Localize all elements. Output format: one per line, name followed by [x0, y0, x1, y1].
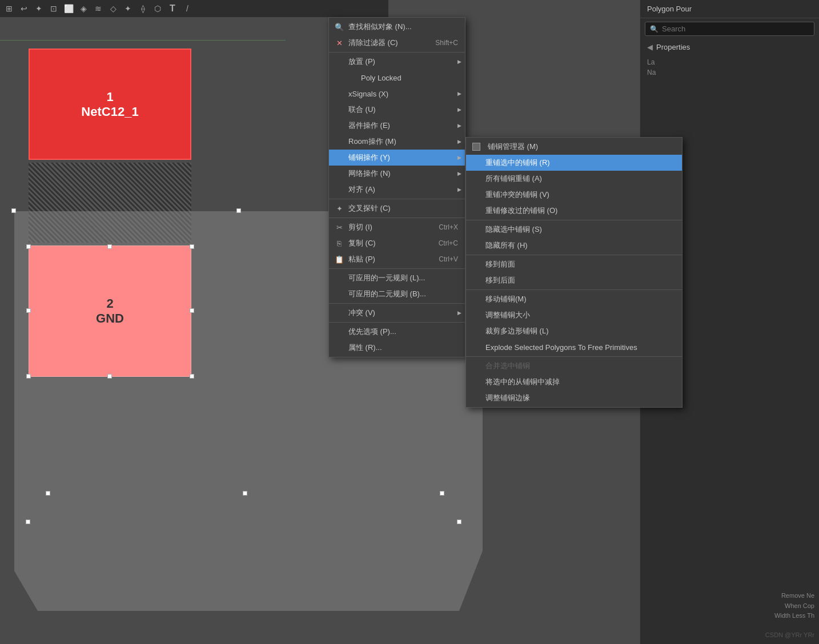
handle-tr[interactable]	[190, 244, 194, 249]
applicable-1d-icon	[334, 272, 345, 284]
prop-row-la: La	[647, 57, 812, 67]
toolbar-btn-4[interactable]: ⊡	[47, 2, 61, 15]
submenu-adjust-border[interactable]: 调整铺铜边缘	[466, 390, 682, 406]
sub-separator-1	[466, 220, 682, 220]
clear-filter-shortcut: Shift+C	[424, 39, 458, 47]
handle-c5[interactable]	[440, 491, 444, 496]
component-1[interactable]: 1 NetC12_1	[29, 49, 191, 160]
component-ops-icon	[334, 120, 345, 131]
align-label: 对齐 (A)	[348, 184, 375, 195]
search-box[interactable]: 🔍	[645, 22, 814, 36]
toolbar-btn-8[interactable]: ◇	[106, 2, 120, 15]
submenu-repour-conflict[interactable]: 重铺冲突的铺铜 (V)	[466, 187, 682, 203]
submenu-copper-manager[interactable]: 铺铜管理器 (M)	[466, 139, 682, 155]
move-copper-label: 移动铺铜(M)	[485, 294, 527, 304]
menu-poly-locked[interactable]: Poly Locked	[329, 70, 465, 86]
toolbar-btn-1[interactable]: ⊞	[2, 2, 16, 15]
toolbar-btn-11[interactable]: ⬡	[151, 2, 164, 15]
menu-copper-ops[interactable]: 铺铜操作 (Y)	[329, 150, 465, 166]
bottom-info-line2: When Cop	[774, 601, 814, 611]
find-similar-label: 查找相似对象 (N)...	[348, 22, 412, 32]
submenu-move-front[interactable]: 移到前面	[466, 256, 682, 272]
menu-applicable-1d[interactable]: 可应用的一元规则 (L)...	[329, 270, 465, 286]
repour-selected-icon	[471, 157, 482, 168]
clear-filter-label: 清除过滤器 (C)	[348, 38, 398, 48]
handle-c6[interactable]	[26, 520, 30, 524]
search-input[interactable]	[662, 25, 809, 33]
repour-selected-label: 重铺选中的铺铜 (R)	[485, 158, 550, 168]
menu-copy[interactable]: ⎘ 复制 (C) Ctrl+C	[329, 235, 465, 251]
handle-ml[interactable]	[26, 308, 31, 313]
menu-preferences[interactable]: 优先选项 (P)...	[329, 324, 465, 340]
copper-ops-icon	[334, 152, 345, 163]
submenu-subtract-copper[interactable]: 将选中的从铺铜中减掉	[466, 374, 682, 390]
submenu-explode-polygon[interactable]: Explode Selected Polygons To Free Primit…	[466, 339, 682, 355]
handle-c1[interactable]	[11, 208, 16, 213]
copper-submenu: 铺铜管理器 (M) 重铺选中的铺铜 (R) 所有铺铜重铺 (A) 重铺冲突的铺铜…	[465, 137, 682, 408]
toolbar-btn-2[interactable]: ↩	[17, 2, 31, 15]
submenu-move-copper[interactable]: 移动铺铜(M)	[466, 291, 682, 307]
pcb-line-h	[0, 40, 286, 41]
handle-tl[interactable]	[26, 244, 31, 249]
menu-cross-probe[interactable]: ✦ 交叉探针 (C)	[329, 200, 465, 216]
handle-bl[interactable]	[26, 374, 31, 379]
menu-union[interactable]: 联合 (U)	[329, 102, 465, 118]
handle-c2[interactable]	[236, 208, 241, 213]
menu-properties[interactable]: 属性 (R)...	[329, 340, 465, 356]
copy-label: 复制 (C)	[348, 238, 376, 248]
cross-probe-label: 交叉探针 (C)	[348, 203, 391, 214]
handle-c3[interactable]	[46, 491, 50, 496]
cut-shortcut: Ctrl+X	[427, 223, 458, 231]
menu-align[interactable]: 对齐 (A)	[329, 182, 465, 198]
conflict-icon	[334, 307, 345, 319]
handle-mr[interactable]	[190, 308, 194, 313]
toolbar-btn-6[interactable]: ◈	[77, 2, 90, 15]
toolbar-btn-text[interactable]: T	[166, 2, 179, 15]
menu-cut[interactable]: ✂ 剪切 (I) Ctrl+X	[329, 219, 465, 235]
menu-component-ops[interactable]: 器件操作 (E)	[329, 118, 465, 134]
repour-all-icon	[471, 173, 482, 184]
move-back-icon	[471, 275, 482, 286]
menu-room-ops[interactable]: Room操作 (M)	[329, 134, 465, 150]
toolbar-btn-7[interactable]: ≋	[91, 2, 105, 15]
net-ops-icon	[334, 168, 345, 179]
handle-tm[interactable]	[107, 244, 112, 249]
submenu-repour-modified[interactable]: 重铺修改过的铺铜 (O)	[466, 203, 682, 219]
menu-conflict[interactable]: 冲突 (V)	[329, 305, 465, 321]
menu-clear-filter[interactable]: ✕ 清除过滤器 (C) Shift+C	[329, 35, 465, 51]
menu-net-ops[interactable]: 网络操作 (N)	[329, 166, 465, 182]
toolbar-btn-5[interactable]: ⬜	[62, 2, 75, 15]
menu-find-similar[interactable]: 🔍 查找相似对象 (N)...	[329, 19, 465, 35]
menu-paste[interactable]: 📋 粘贴 (P) Ctrl+V	[329, 251, 465, 267]
handle-bm[interactable]	[107, 374, 112, 379]
resize-copper-label: 调整铺铜大小	[485, 310, 530, 320]
handle-c7[interactable]	[457, 520, 461, 524]
handle-c4[interactable]	[243, 491, 247, 496]
submenu-repour-selected[interactable]: 重铺选中的铺铜 (R)	[466, 155, 682, 171]
menu-xsignals[interactable]: xSignals (X)	[329, 86, 465, 102]
prop-row-na: Na	[647, 67, 812, 78]
component-2[interactable]: 2 GND	[29, 245, 191, 377]
toolbar-btn-3[interactable]: ✦	[32, 2, 46, 15]
handle-br[interactable]	[190, 374, 194, 379]
place-label: 放置 (P)	[348, 57, 375, 67]
submenu-repour-all[interactable]: 所有铺铜重铺 (A)	[466, 171, 682, 187]
repour-modified-icon	[471, 205, 482, 216]
find-similar-icon: 🔍	[334, 21, 345, 33]
toolbar-btn-9[interactable]: ✦	[121, 2, 135, 15]
bottom-info: Remove Ne When Cop Width Less Th	[774, 591, 814, 621]
component-2-number: 2	[106, 296, 113, 311]
submenu-resize-copper[interactable]: 调整铺铜大小	[466, 307, 682, 323]
copper-ops-label: 铺铜操作 (Y)	[348, 152, 390, 163]
menu-place[interactable]: 放置 (P)	[329, 54, 465, 70]
cut-icon: ✂	[334, 222, 345, 233]
xsignals-label: xSignals (X)	[348, 90, 388, 98]
toolbar-btn-10[interactable]: ⟠	[136, 2, 150, 15]
menu-applicable-2d[interactable]: 可应用的二元规则 (B)...	[329, 286, 465, 302]
hide-all-label: 隐藏所有 (H)	[485, 240, 528, 251]
submenu-clip-polygon[interactable]: 裁剪多边形铺铜 (L)	[466, 323, 682, 339]
submenu-hide-all[interactable]: 隐藏所有 (H)	[466, 238, 682, 253]
submenu-move-back[interactable]: 移到后面	[466, 272, 682, 288]
submenu-hide-selected[interactable]: 隐藏选中铺铜 (S)	[466, 222, 682, 238]
toolbar-btn-13[interactable]: /	[180, 2, 194, 15]
